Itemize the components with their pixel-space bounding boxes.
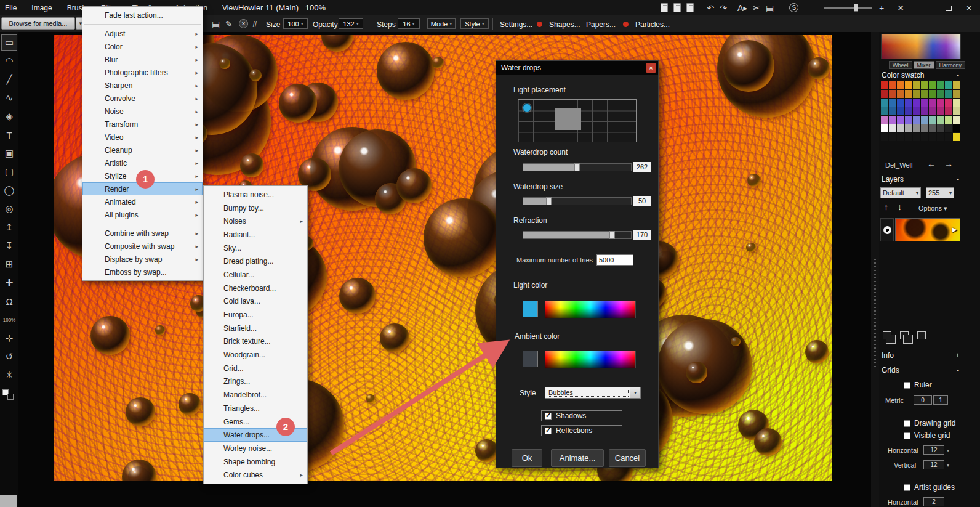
layer-visibility-toggle[interactable] (880, 218, 894, 241)
menu-item-composite-with-swap[interactable]: Composite with swap▸ (82, 240, 203, 253)
color-swatch[interactable] (905, 107, 912, 115)
opacity-dropdown[interactable]: 132▾ (339, 18, 363, 29)
zoom-slider[interactable] (824, 7, 872, 9)
max-tries-input[interactable] (596, 254, 633, 266)
fill-tool[interactable]: ◈ (1, 108, 17, 124)
metric-value-1[interactable]: 0 (914, 395, 932, 405)
menu-item-sharpen[interactable]: Sharpen▸ (82, 79, 203, 92)
menu-item-displace-by-swap[interactable]: Displace by swap▸ (82, 253, 203, 266)
color-swatch[interactable] (921, 107, 928, 115)
menu-item-gems[interactable]: Gems... (204, 415, 307, 429)
chevron-down-icon[interactable]: ▾ (947, 463, 949, 468)
drawing-grid-checkbox-box[interactable] (904, 420, 910, 427)
menu-item-radiant[interactable]: Radiant... (204, 228, 307, 241)
color-swatch[interactable] (913, 81, 920, 89)
color-swatch[interactable] (905, 133, 912, 141)
color-swatch[interactable] (921, 133, 928, 141)
menu-item-europa[interactable]: Europa... (204, 308, 307, 322)
menu-item-grid[interactable]: Grid... (204, 362, 307, 375)
refraction-value[interactable]: 170 (633, 230, 651, 240)
menu-item-color-cubes[interactable]: Color cubes▸ (204, 468, 307, 482)
color-swatch[interactable] (929, 107, 936, 115)
shadows-checkbox[interactable]: Shadows (541, 410, 622, 421)
menu-item-shape-bombing[interactable]: Shape bombing (204, 455, 307, 469)
new-document-icon[interactable] (661, 3, 668, 12)
color-swatch[interactable] (905, 124, 912, 132)
color-swatch[interactable] (905, 90, 912, 98)
menu-item-triangles[interactable]: Triangles... (204, 402, 307, 415)
close-button[interactable]: × (962, 3, 976, 13)
menu-item-water-drops[interactable]: Water drops... (204, 428, 307, 442)
horizontal2-value[interactable]: 2 (923, 497, 944, 506)
prev-well-button[interactable]: ← (927, 159, 936, 169)
minimize-button[interactable]: – (921, 3, 936, 13)
color-swatch[interactable] (913, 116, 920, 124)
color-swatch[interactable] (897, 116, 904, 124)
pencil-icon[interactable]: ✎ (225, 19, 233, 29)
color-swatch[interactable] (889, 90, 896, 98)
color-swatch[interactable] (921, 81, 928, 89)
transform-tool[interactable]: ▣ (1, 145, 17, 161)
color-swatch[interactable] (937, 124, 944, 132)
color-swatch[interactable] (913, 124, 920, 132)
scissors-icon[interactable]: ✂ (753, 4, 760, 12)
menu-item-cleanup[interactable]: Cleanup▸ (82, 144, 203, 156)
layer-options-button[interactable]: Options ▾ (918, 205, 947, 213)
zoom-tool[interactable]: ◎ (1, 201, 17, 217)
color-swatch[interactable] (929, 81, 936, 89)
waterdrop-size-slider[interactable] (523, 197, 632, 205)
chevron-down-icon[interactable]: ▾ (947, 448, 949, 453)
color-swatch[interactable] (897, 99, 904, 107)
zoom-100-tool[interactable]: 100% (1, 312, 17, 328)
layer-mode-select[interactable]: Default▾ (880, 187, 921, 198)
menu-item-brick-texture[interactable]: Brick texture... (204, 335, 307, 349)
menu-item-adjust[interactable]: Adjust▸ (82, 27, 203, 40)
menu-item-zrings[interactable]: Zrings... (204, 375, 307, 389)
color-swatch[interactable] (953, 107, 960, 115)
color-swatch[interactable] (897, 90, 904, 98)
color-swatch[interactable] (921, 99, 928, 107)
artist-guides-checkbox[interactable]: Artist guides (904, 483, 955, 492)
copy-layer-icon[interactable] (900, 331, 909, 339)
menu-item-combine-with-swap[interactable]: Combine with swap▸ (82, 227, 203, 240)
menu-item-mandelbrot[interactable]: Mandelbrot... (204, 388, 307, 402)
zoom-in-icon[interactable]: + (879, 4, 884, 12)
light-position-marker[interactable] (523, 103, 531, 112)
color-swatch[interactable] (889, 124, 896, 132)
color-swatch[interactable] (937, 81, 944, 89)
rotate-tool[interactable]: ↺ (1, 349, 17, 365)
menu-item-photographic-filters[interactable]: Photographic filters▸ (82, 66, 203, 79)
color-swatch[interactable] (889, 81, 896, 89)
menu-image[interactable]: Image (31, 4, 52, 12)
reflections-checkbox[interactable]: Reflections (541, 425, 622, 436)
menu-file[interactable]: File (5, 4, 17, 12)
color-swatch[interactable] (929, 116, 936, 124)
color-swatch[interactable] (881, 107, 888, 115)
color-swatch[interactable] (937, 90, 944, 98)
color-swatch[interactable] (921, 124, 928, 132)
drawing-grid-checkbox[interactable]: Drawing grid (904, 419, 955, 428)
artist-guides-checkbox-box[interactable] (904, 484, 910, 491)
color-swatch[interactable] (937, 107, 944, 115)
color-swatch[interactable] (953, 116, 960, 124)
undo-icon[interactable]: ↶ (707, 4, 714, 12)
color-swatch[interactable] (881, 116, 888, 124)
color-swatch[interactable] (929, 133, 936, 141)
drop-tool[interactable]: ↧ (1, 238, 17, 254)
visible-grid-checkbox-box[interactable] (904, 432, 910, 439)
ambient-color-swatch[interactable] (523, 351, 538, 367)
waterdrop-size-value[interactable]: 50 (633, 196, 651, 206)
text-tool[interactable]: T (1, 127, 17, 143)
menu-item-starfield[interactable]: Starfield... (204, 322, 307, 335)
color-swatch[interactable] (953, 99, 960, 107)
cancel-button[interactable]: Cancel (609, 449, 646, 467)
menu-item-plasma-noise[interactable]: Plasma noise... (204, 188, 307, 201)
tab-mixer[interactable]: Mixer (914, 61, 934, 69)
text-options-icon[interactable]: A▸ (737, 4, 747, 12)
move-tool[interactable]: ⊹ (1, 330, 17, 346)
size-dropdown[interactable]: 100▾ (283, 18, 308, 29)
vertical-value[interactable]: 12 (923, 460, 944, 469)
color-swatch[interactable] (953, 81, 960, 89)
curve-tool[interactable]: ∿ (1, 90, 17, 106)
color-swatch[interactable] (881, 133, 888, 141)
